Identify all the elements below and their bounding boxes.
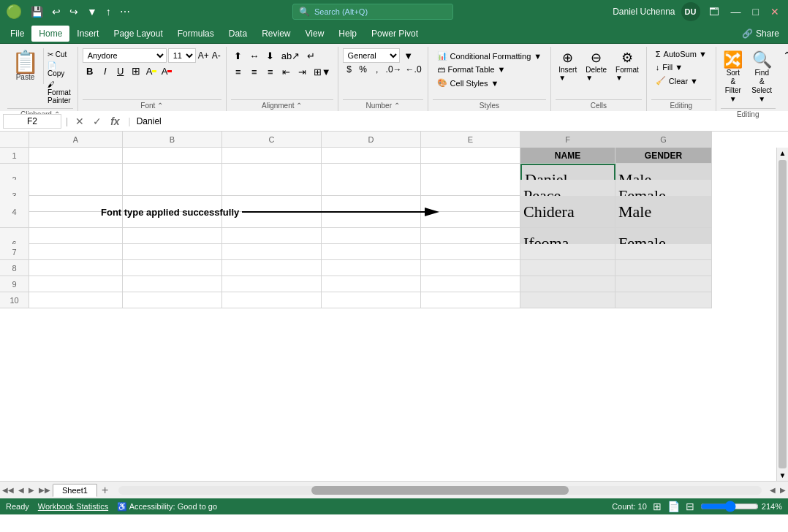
cancel-formula-btn[interactable]: ✕ — [72, 115, 87, 127]
scroll-down-btn[interactable]: ▼ — [777, 470, 788, 481]
scroll-left-btn[interactable]: ◀ — [768, 486, 778, 494]
search-box[interactable]: 🔍 Search (Alt+Q) — [292, 4, 453, 20]
insert-btn[interactable]: ⊕ Insert ▼ — [556, 48, 580, 83]
align-middle-btn[interactable]: ↔ — [247, 48, 262, 63]
decimal-increase-btn[interactable]: .0→ — [384, 64, 404, 75]
scroll-thumb[interactable] — [778, 160, 787, 468]
redo-btn[interactable]: ↪ — [67, 4, 81, 19]
col-header-b[interactable]: B — [123, 132, 222, 148]
cell-d7[interactable] — [322, 244, 421, 260]
cell-f10[interactable] — [520, 292, 615, 308]
border-button[interactable]: ⊞ — [129, 64, 143, 78]
menu-review[interactable]: Review — [254, 26, 298, 42]
sheet-tab-sheet1[interactable]: Sheet1 — [53, 484, 97, 497]
col-header-c[interactable]: C — [222, 132, 322, 148]
new-sheet-btn[interactable]: + — [97, 484, 113, 497]
cell-e9[interactable] — [421, 276, 520, 292]
cell-e10[interactable] — [421, 292, 520, 308]
cell-e7[interactable] — [421, 244, 520, 260]
cell-f9[interactable] — [520, 276, 615, 292]
cell-a7[interactable] — [29, 244, 123, 260]
indent-decrease-btn[interactable]: ⇤ — [279, 64, 294, 79]
col-header-d[interactable]: D — [322, 132, 421, 148]
maximize-btn[interactable]: □ — [750, 4, 762, 19]
font-family-select[interactable]: Anydore — [83, 48, 167, 63]
row-header-10[interactable]: 10 — [0, 292, 29, 308]
merge-cells-btn[interactable]: ⊞▼ — [311, 64, 333, 79]
horizontal-scroll-thumb[interactable] — [311, 486, 569, 495]
sheet-scroll-right-btn[interactable]: ▶▶ — [37, 486, 53, 494]
sheet-scroll-left-btn[interactable]: ◀◀ — [0, 486, 16, 494]
scroll-right-btn[interactable]: ▶ — [778, 486, 788, 494]
cell-d1[interactable] — [322, 148, 421, 164]
align-right-btn[interactable]: ≡ — [263, 64, 278, 79]
orientation-btn[interactable]: ab↗ — [279, 48, 302, 63]
delete-btn[interactable]: ⊖ Delete ▼ — [583, 48, 610, 83]
cell-d10[interactable] — [322, 292, 421, 308]
cell-f1[interactable]: NAME — [520, 148, 615, 164]
menu-page-layout[interactable]: Page Layout — [106, 26, 170, 42]
row-header-8[interactable]: 8 — [0, 260, 29, 276]
cell-c10[interactable] — [222, 292, 322, 308]
menu-data[interactable]: Data — [221, 26, 254, 42]
fill-color-button[interactable]: A — [144, 64, 159, 78]
font-increase-btn[interactable]: A+ — [197, 50, 210, 61]
cell-f4[interactable]: Chidera — [520, 196, 615, 228]
menu-file[interactable]: File — [3, 26, 31, 42]
align-left-btn[interactable]: ≡ — [231, 64, 246, 79]
confirm-formula-btn[interactable]: ✓ — [90, 115, 105, 127]
number-format-select[interactable]: General — [343, 48, 400, 63]
wrap-text-btn[interactable]: ↵ — [303, 48, 318, 63]
cell-a9[interactable] — [29, 276, 123, 292]
name-box[interactable] — [3, 114, 61, 129]
cell-b4[interactable]: Font type applied successfully — [123, 196, 222, 228]
cell-c9[interactable] — [222, 276, 322, 292]
comma-btn[interactable]: , — [371, 64, 384, 75]
user-avatar[interactable]: DU — [681, 2, 700, 21]
menu-power-pivot[interactable]: Power Pivot — [364, 26, 425, 42]
bold-button[interactable]: B — [83, 64, 97, 78]
row-header-1[interactable]: 1 — [0, 148, 29, 164]
cell-e1[interactable] — [421, 148, 520, 164]
cell-c1[interactable] — [222, 148, 322, 164]
page-break-btn[interactable]: ⊟ — [686, 501, 694, 512]
format-painter-button[interactable]: 🖌 Format Painter — [45, 80, 73, 105]
customize-btn[interactable]: ▼ — [84, 4, 100, 19]
cell-a1[interactable] — [29, 148, 123, 164]
cell-g4[interactable]: Male — [615, 196, 712, 228]
save-btn[interactable]: 💾 — [28, 4, 46, 19]
align-center-btn[interactable]: ≡ — [247, 64, 262, 79]
restore-btn[interactable]: 🗔 — [706, 4, 722, 19]
cell-a8[interactable] — [29, 260, 123, 276]
row-header-7[interactable]: 7 — [0, 244, 29, 260]
cell-g7[interactable] — [615, 244, 712, 260]
currency-btn[interactable]: $ — [343, 64, 356, 75]
menu-view[interactable]: View — [298, 26, 332, 42]
percent-btn[interactable]: % — [357, 64, 370, 75]
paste-button[interactable]: 📋 Paste — [7, 48, 44, 84]
font-size-select[interactable]: 11 — [168, 48, 196, 63]
clear-btn[interactable]: 🧹 Clear ▼ — [651, 75, 711, 87]
collapse-ribbon-btn[interactable]: ⌃ — [780, 47, 788, 64]
format-btn[interactable]: ⚙ Format ▼ — [613, 48, 642, 83]
insert-function-btn[interactable]: fx — [107, 115, 122, 127]
col-header-e[interactable]: E — [421, 132, 520, 148]
find-select-btn[interactable]: 🔍 Find & Select ▼ — [749, 48, 776, 107]
horizontal-scroll-track[interactable] — [118, 486, 762, 495]
number-dropdown-btn[interactable]: ▼ — [401, 48, 416, 63]
cell-a10[interactable] — [29, 292, 123, 308]
font-color-button[interactable]: A — [159, 64, 174, 78]
sheet-scroll-prev-btn[interactable]: ◀ — [16, 486, 26, 494]
autosave-btn[interactable]: ↑ — [103, 4, 114, 19]
cell-d8[interactable] — [322, 260, 421, 276]
cell-b9[interactable] — [123, 276, 222, 292]
grid-view-btn[interactable]: ⊞ — [653, 501, 662, 512]
sort-filter-btn[interactable]: 🔀 Sort & Filter ▼ — [721, 48, 746, 107]
scroll-up-btn[interactable]: ▲ — [777, 148, 788, 159]
cut-button[interactable]: ✂ Cut — [45, 50, 73, 59]
share-button[interactable]: 🔗 Share — [736, 28, 785, 39]
conditional-formatting-btn[interactable]: 📊 Conditional Formatting ▼ — [433, 50, 547, 62]
cell-f8[interactable] — [520, 260, 615, 276]
underline-button[interactable]: U — [113, 64, 128, 78]
cell-b10[interactable] — [123, 292, 222, 308]
